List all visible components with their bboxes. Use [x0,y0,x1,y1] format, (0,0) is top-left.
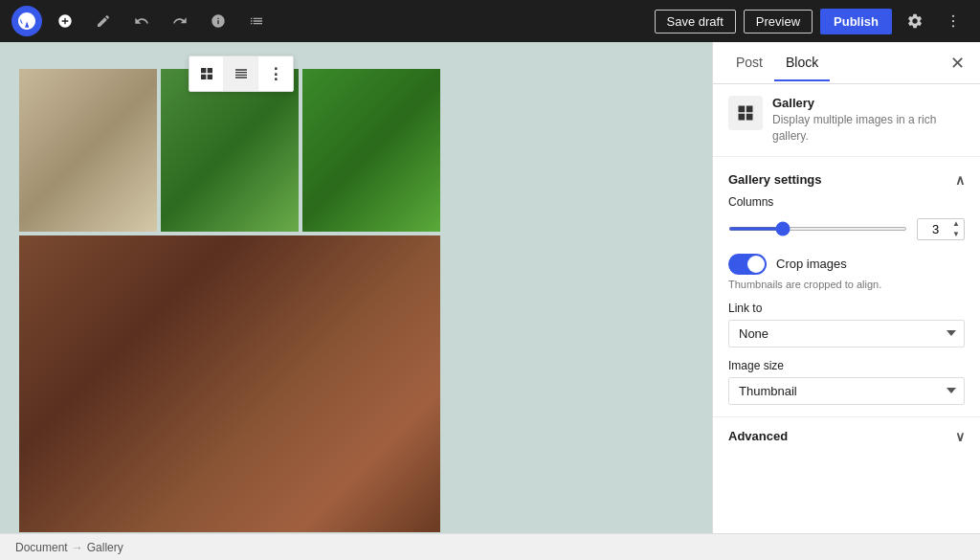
chevron-up-icon: ∧ [955,172,965,188]
gallery-grid-icon[interactable] [189,56,224,91]
tab-block[interactable]: Block [774,45,830,81]
crop-images-row: Crop images [728,254,965,275]
image-size-container: Thumbnail Medium Large Full Size [728,377,965,405]
gallery-image-4[interactable] [19,235,440,532]
columns-number-container: ▲ ▼ [917,218,965,240]
block-description: Display multiple images in a rich galler… [772,112,965,145]
tab-post[interactable]: Post [724,45,774,81]
sidebar-tabs: Post Block ✕ [713,42,980,84]
redo-button[interactable] [165,6,195,36]
sidebar: Post Block ✕ Gallery Display multiple im… [712,42,980,533]
gallery-settings-section: Gallery settings ∧ Columns ▲ ▼ [713,157,980,417]
image-size-select[interactable]: Thumbnail Medium Large Full Size [728,377,965,405]
advanced-label: Advanced [728,429,788,443]
toggle-thumb [747,256,765,273]
chevron-down-icon: ∨ [955,429,965,444]
decrement-button[interactable]: ▼ [949,229,963,239]
more-options-button[interactable] [938,6,969,36]
block-info: Gallery Display multiple images in a ric… [713,84,980,157]
pen-tool-button[interactable] [88,6,119,36]
info-button[interactable] [203,6,234,36]
publish-button[interactable]: Publish [820,9,892,34]
image-toolbar: ⋮ [189,56,294,92]
columns-control: ▲ ▼ [728,218,965,240]
save-draft-button[interactable]: Save draft [655,10,736,34]
list-view-button[interactable] [241,6,272,36]
gallery-top-row [19,69,440,232]
increment-button[interactable]: ▲ [949,219,963,230]
image-size-label: Image size [728,359,965,372]
topbar: Save draft Preview Publish [0,0,980,42]
crop-images-toggle[interactable] [728,254,767,275]
undo-button[interactable] [126,6,157,36]
columns-label: Columns [728,195,965,209]
advanced-header[interactable]: Advanced ∨ [728,429,965,444]
preview-button[interactable]: Preview [744,10,813,34]
block-name: Gallery [772,96,965,110]
svg-point-1 [952,20,954,22]
gallery-image-3[interactable] [302,69,440,232]
main-area: ⋮ Post Block ✕ Gal [0,42,980,533]
svg-point-2 [952,25,954,27]
gallery-align-icon[interactable] [224,56,258,91]
breadcrumb-arrow: → [72,541,83,554]
gallery-image-1[interactable] [19,69,157,232]
gallery-image-2[interactable] [161,69,299,232]
topbar-right: Save draft Preview Publish [655,6,969,36]
block-info-text: Gallery Display multiple images in a ric… [772,96,965,145]
breadcrumb: Document → Gallery [0,533,980,560]
gallery-block-icon [728,96,763,130]
wordpress-logo[interactable] [11,6,42,36]
canvas: ⋮ [0,42,712,533]
breadcrumb-gallery[interactable]: Gallery [87,541,123,554]
link-to-select[interactable]: None Media File Attachment Page [728,320,965,347]
gallery-settings-label: Gallery settings [728,172,822,187]
add-block-button[interactable] [50,6,80,36]
crop-images-label: Crop images [776,257,847,271]
crop-images-desc: Thumbnails are cropped to align. [728,279,965,290]
svg-point-0 [952,15,954,17]
settings-button[interactable] [900,6,930,36]
link-to-container: None Media File Attachment Page [728,320,965,347]
link-to-label: Link to [728,302,965,315]
breadcrumb-document[interactable]: Document [15,541,68,554]
topbar-left [11,6,272,36]
gallery-more-icon[interactable]: ⋮ [258,56,293,91]
advanced-section: Advanced ∨ [713,417,980,456]
gallery-settings-header[interactable]: Gallery settings ∧ [728,168,965,195]
number-input-arrows: ▲ ▼ [949,219,963,239]
sidebar-close-button[interactable]: ✕ [946,52,969,75]
columns-slider[interactable] [728,227,907,231]
